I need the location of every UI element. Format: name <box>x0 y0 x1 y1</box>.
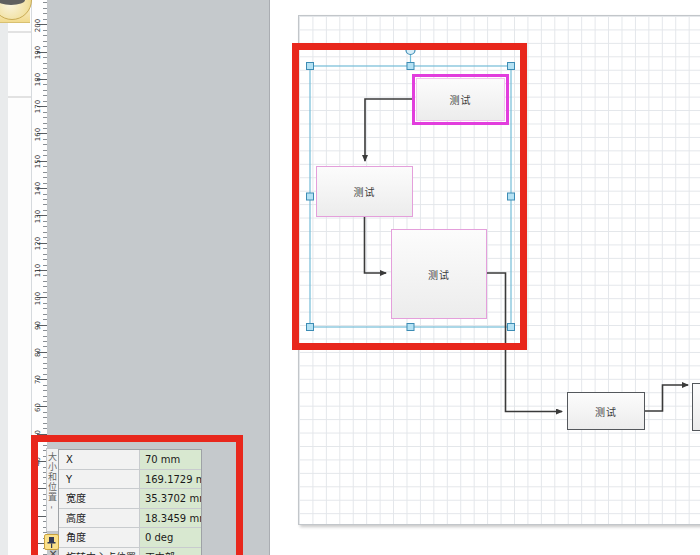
ruler-number: 190 <box>34 41 43 63</box>
ruler-number: 170 <box>34 96 43 118</box>
ruler-number: 60 <box>34 396 43 418</box>
panel-divider <box>8 96 31 98</box>
ruler-number: 100 <box>34 287 43 309</box>
ruler-number: 90 <box>34 314 43 336</box>
collapsed-shapes-panel <box>8 0 31 555</box>
ruler-number: 180 <box>34 69 43 91</box>
ruler-number: 150 <box>34 151 43 173</box>
annotation-rectangle-size-position <box>31 435 243 555</box>
ruler-number: 110 <box>34 260 43 282</box>
ruler-number: 140 <box>34 178 43 200</box>
visio-drawing-window: 2001901801701601501401301201101009080706… <box>0 0 700 555</box>
ruler-number: 160 <box>34 123 43 145</box>
ruler-number: 70 <box>34 369 43 391</box>
shape-label: 测试 <box>595 404 617 419</box>
ruler-number: 80 <box>34 342 43 364</box>
ruler-number: 120 <box>34 232 43 254</box>
panel-divider <box>8 31 31 33</box>
flowchart-shape-5[interactable] <box>692 383 700 431</box>
flowchart-shape-4[interactable]: 测试 <box>567 392 645 430</box>
annotation-rectangle-shapes <box>292 43 527 350</box>
ruler-number: 130 <box>34 205 43 227</box>
window-edge-strip <box>0 0 8 555</box>
ruler-number: 200 <box>34 14 43 36</box>
